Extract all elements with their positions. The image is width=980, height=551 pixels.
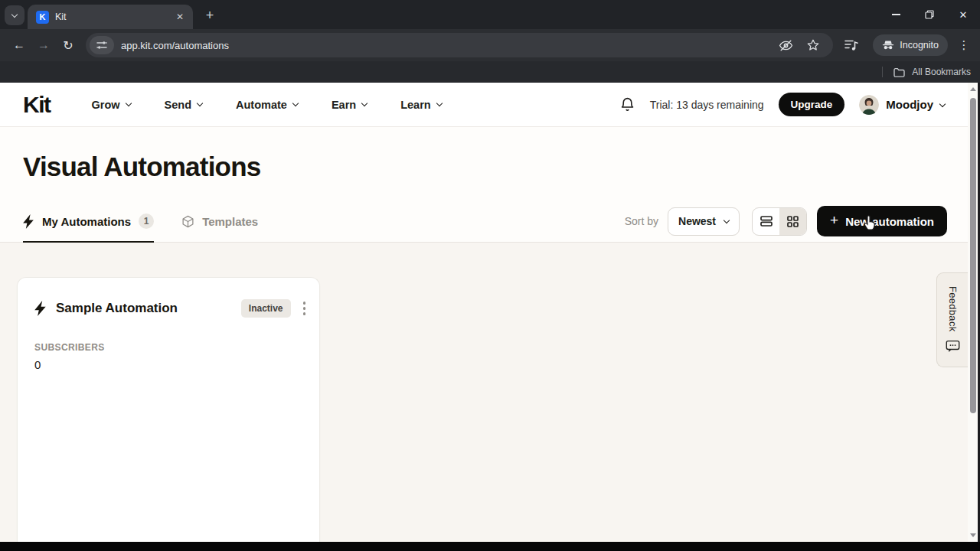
sort-value: Newest <box>678 215 716 227</box>
menu-item-earn[interactable]: Earn <box>332 99 367 111</box>
restore-icon <box>925 10 934 19</box>
main-menu: Grow Send Automate Earn Learn <box>92 99 442 111</box>
lightning-bolt-icon <box>23 214 34 229</box>
tab-templates[interactable]: Templates <box>181 215 258 228</box>
view-toggle <box>752 207 807 236</box>
restore-button[interactable] <box>913 0 946 29</box>
incognito-icon <box>882 40 894 51</box>
card-stats: SUBSCRIBERS 0 <box>18 318 319 371</box>
speech-bubble-icon <box>946 340 960 354</box>
card-header: Sample Automation Inactive <box>18 278 319 318</box>
scroll-up-arrow-icon[interactable] <box>970 87 976 91</box>
card-menu-button[interactable] <box>302 298 308 318</box>
back-button[interactable]: ← <box>8 34 31 57</box>
lightning-bolt-icon <box>34 301 47 316</box>
subscribers-label: SUBSCRIBERS <box>34 342 302 353</box>
media-playlist-icon <box>844 39 858 51</box>
bookmarks-divider <box>882 67 883 77</box>
page-header: Visual Automations My Automations 1 Temp… <box>0 127 980 243</box>
star-icon <box>806 38 820 52</box>
chevron-down-icon <box>11 11 18 17</box>
tab-close-icon[interactable]: ✕ <box>173 10 187 24</box>
minimize-button[interactable] <box>879 0 913 29</box>
eye-off-icon <box>779 38 793 53</box>
menu-item-automate[interactable]: Automate <box>236 99 298 111</box>
automations-grid: Sample Automation Inactive SUBSCRIBERS 0… <box>0 243 980 542</box>
menu-item-grow[interactable]: Grow <box>92 99 131 111</box>
forward-button[interactable]: → <box>32 34 55 57</box>
browser-menu-button[interactable]: ⋮ <box>956 38 972 52</box>
media-controls-button[interactable] <box>839 34 864 57</box>
menu-item-send[interactable]: Send <box>165 99 202 111</box>
kit-favicon-icon: K <box>36 11 49 24</box>
bell-icon <box>619 96 635 112</box>
account-name: Moodjoy <box>886 98 933 111</box>
page-title: Visual Automations <box>23 152 260 182</box>
incognito-label: Incognito <box>900 40 939 51</box>
chevron-down-icon <box>724 217 730 223</box>
reload-button[interactable]: ↻ <box>57 34 80 57</box>
eye-off-button[interactable] <box>775 34 796 56</box>
browser-tab[interactable]: K Kit ✕ <box>28 5 193 29</box>
list-view-button[interactable] <box>753 208 779 235</box>
site-settings-chip[interactable] <box>90 36 114 54</box>
new-tab-button[interactable]: + <box>201 6 219 24</box>
grid-view-icon <box>787 216 799 227</box>
sort-select[interactable]: Newest <box>668 207 740 236</box>
automation-title[interactable]: Sample Automation <box>56 301 241 316</box>
feedback-tab[interactable]: Feedback <box>936 272 968 367</box>
site-nav: Kit Grow Send Automate Earn Learn Trial:… <box>0 83 980 127</box>
automation-card[interactable]: Sample Automation Inactive SUBSCRIBERS 0 <box>17 277 320 542</box>
feedback-label: Feedback <box>947 286 959 332</box>
bookmark-star-button[interactable] <box>802 34 824 56</box>
browser-chrome: K Kit ✕ + ✕ ← → ↻ app.kit.com/automation… <box>0 0 980 83</box>
chevron-down-icon <box>361 100 368 106</box>
nav-right: Trial: 13 days remaining Upgrade Moodjoy <box>619 93 945 116</box>
tab-search-button[interactable] <box>5 5 24 25</box>
url-text[interactable]: app.kit.com/automations <box>121 40 229 51</box>
chevron-down-icon <box>436 100 442 106</box>
chevron-down-icon <box>292 100 299 106</box>
kit-logo[interactable]: Kit <box>23 92 51 118</box>
tab-my-automations[interactable]: My Automations 1 <box>23 201 154 242</box>
address-bar[interactable]: app.kit.com/automations <box>86 33 833 57</box>
window-controls: ✕ <box>879 0 980 29</box>
new-automation-button[interactable]: + New automation <box>817 206 947 236</box>
plus-icon: + <box>830 212 838 229</box>
menu-item-learn[interactable]: Learn <box>400 99 442 111</box>
tune-icon <box>96 40 107 51</box>
close-window-button[interactable]: ✕ <box>946 0 980 29</box>
automations-count-badge: 1 <box>139 214 154 229</box>
grid-view-button[interactable] <box>779 208 806 235</box>
browser-toolbar: ← → ↻ app.kit.com/automations Incognito … <box>0 29 980 61</box>
scroll-down-arrow-icon[interactable] <box>970 533 976 537</box>
tab-strip: K Kit ✕ + ✕ <box>0 0 980 29</box>
all-bookmarks-button[interactable]: All Bookmarks <box>912 67 971 77</box>
bottom-screen-edge <box>0 542 980 551</box>
chevron-down-icon <box>125 100 131 106</box>
status-badge: Inactive <box>241 299 291 318</box>
list-controls: Sort by Newest + New automation <box>625 206 947 236</box>
folder-icon <box>893 67 905 77</box>
upgrade-button[interactable]: Upgrade <box>779 93 845 116</box>
page-scrollbar[interactable] <box>968 83 978 542</box>
trial-status-text: Trial: 13 days remaining <box>650 99 764 111</box>
subscribers-value: 0 <box>34 358 302 371</box>
scrollbar-thumb[interactable] <box>970 98 976 413</box>
incognito-badge: Incognito <box>873 34 948 56</box>
tab-title: Kit <box>55 11 167 22</box>
account-menu[interactable]: Moodjoy <box>859 95 945 115</box>
chevron-down-icon <box>197 100 203 106</box>
list-view-icon <box>760 216 773 227</box>
sort-by-label: Sort by <box>625 215 658 227</box>
cube-icon <box>181 215 194 228</box>
notifications-button[interactable] <box>619 96 635 112</box>
avatar <box>859 95 879 115</box>
kit-app-page: Kit Grow Send Automate Earn Learn Trial:… <box>0 83 980 542</box>
minimize-icon <box>892 14 900 15</box>
bookmarks-bar: All Bookmarks <box>0 61 980 83</box>
tabs-row: My Automations 1 Templates Sort by Newes… <box>0 201 980 243</box>
chevron-down-icon <box>939 100 946 106</box>
